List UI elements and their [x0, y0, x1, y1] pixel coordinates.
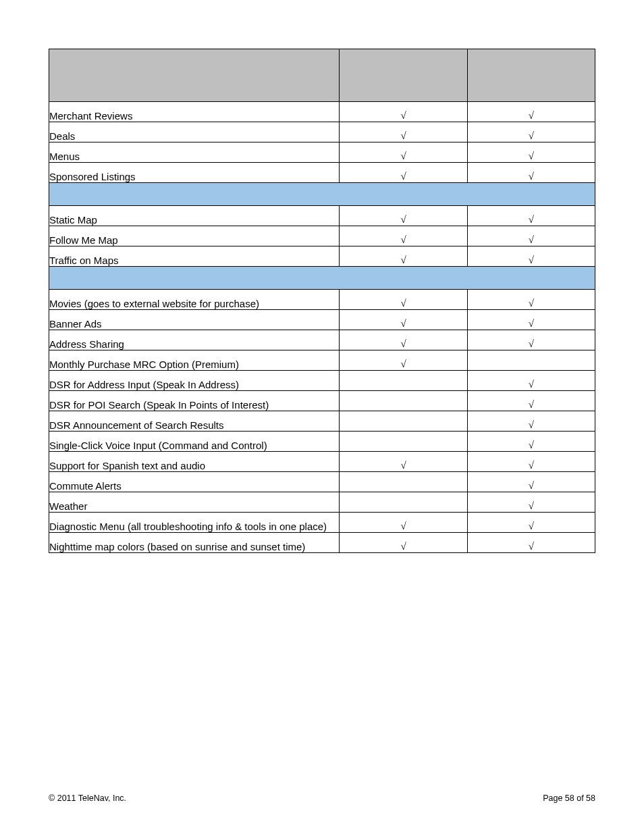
- feature-label: DSR for Address Input (Speak In Address): [49, 371, 340, 391]
- table-row: Follow Me Map√√: [49, 226, 595, 246]
- table-row: Movies (goes to external website for pur…: [49, 290, 595, 310]
- feature-label: Merchant Reviews: [49, 102, 340, 122]
- feature-check-col1: √: [340, 533, 467, 553]
- feature-check-col2: √: [467, 226, 595, 246]
- feature-check-col2: [467, 350, 595, 371]
- table-row: Deals√√: [49, 122, 595, 142]
- feature-check-col2: √: [467, 533, 595, 553]
- feature-check-col1: √: [340, 206, 467, 226]
- feature-label: Menus: [49, 142, 340, 163]
- feature-check-col1: [340, 492, 467, 513]
- table-row: Banner Ads√√: [49, 310, 595, 330]
- feature-check-col1: √: [340, 310, 467, 330]
- feature-check-col1: [340, 371, 467, 391]
- feature-check-col1: [340, 432, 467, 452]
- table-row: Support for Spanish text and audio√√: [49, 452, 595, 472]
- feature-label: Weather: [49, 492, 340, 513]
- feature-check-col2: √: [467, 290, 595, 310]
- feature-check-col1: √: [340, 226, 467, 246]
- feature-check-col1: √: [340, 330, 467, 350]
- table-header-cell: [49, 49, 340, 102]
- table-row: DSR Announcement of Search Results√: [49, 411, 595, 432]
- feature-label: DSR for POI Search (Speak In Points of I…: [49, 391, 340, 411]
- feature-check-col1: √: [340, 122, 467, 142]
- feature-label: Sponsored Listings: [49, 163, 340, 183]
- table-row: Traffic on Maps√√: [49, 246, 595, 267]
- table-section-header: [49, 267, 595, 290]
- table-row: Sponsored Listings√√: [49, 163, 595, 183]
- feature-check-col2: √: [467, 122, 595, 142]
- footer-copyright: © 2011 TeleNav, Inc.: [49, 793, 126, 803]
- feature-check-col2: √: [467, 142, 595, 163]
- feature-check-col2: √: [467, 411, 595, 432]
- page-content: Merchant Reviews√√Deals√√Menus√√Sponsore…: [0, 0, 644, 553]
- feature-check-col1: [340, 391, 467, 411]
- table-row: Weather√: [49, 492, 595, 513]
- feature-label: Single-Click Voice Input (Command and Co…: [49, 432, 340, 452]
- feature-check-col1: [340, 411, 467, 432]
- table-row: Merchant Reviews√√: [49, 102, 595, 122]
- table-row: Single-Click Voice Input (Command and Co…: [49, 432, 595, 452]
- table-row: Static Map√√: [49, 206, 595, 226]
- feature-label: Monthly Purchase MRC Option (Premium): [49, 350, 340, 371]
- feature-check-col2: √: [467, 513, 595, 533]
- feature-label: Follow Me Map: [49, 226, 340, 246]
- feature-check-col2: √: [467, 391, 595, 411]
- feature-label: Banner Ads: [49, 310, 340, 330]
- feature-label: DSR Announcement of Search Results: [49, 411, 340, 432]
- feature-check-col2: √: [467, 472, 595, 492]
- feature-label: Nighttime map colors (based on sunrise a…: [49, 533, 340, 553]
- feature-check-col2: √: [467, 206, 595, 226]
- feature-check-col1: [340, 472, 467, 492]
- table-row: Nighttime map colors (based on sunrise a…: [49, 533, 595, 553]
- table-row: Commute Alerts√: [49, 472, 595, 492]
- feature-check-col2: √: [467, 163, 595, 183]
- feature-check-col2: √: [467, 310, 595, 330]
- table-row: DSR for POI Search (Speak In Points of I…: [49, 391, 595, 411]
- feature-label: Address Sharing: [49, 330, 340, 350]
- feature-label: Traffic on Maps: [49, 246, 340, 267]
- feature-check-col2: √: [467, 330, 595, 350]
- feature-check-col2: √: [467, 246, 595, 267]
- feature-check-col2: √: [467, 102, 595, 122]
- table-row: Address Sharing√√: [49, 330, 595, 350]
- feature-check-col2: √: [467, 432, 595, 452]
- footer-page-number: Page 58 of 58: [543, 793, 595, 803]
- feature-label: Support for Spanish text and audio: [49, 452, 340, 472]
- feature-check-col2: √: [467, 371, 595, 391]
- feature-check-col2: √: [467, 452, 595, 472]
- feature-label: Diagnostic Menu (all troubleshooting inf…: [49, 513, 340, 533]
- feature-check-col1: √: [340, 513, 467, 533]
- feature-check-col1: √: [340, 350, 467, 371]
- feature-check-col1: √: [340, 102, 467, 122]
- feature-check-col1: √: [340, 163, 467, 183]
- feature-check-col1: √: [340, 452, 467, 472]
- feature-label: Static Map: [49, 206, 340, 226]
- feature-check-col2: √: [467, 492, 595, 513]
- feature-check-col1: √: [340, 290, 467, 310]
- feature-table: Merchant Reviews√√Deals√√Menus√√Sponsore…: [49, 49, 595, 553]
- table-header-cell: [467, 49, 595, 102]
- table-row: Diagnostic Menu (all troubleshooting inf…: [49, 513, 595, 533]
- feature-label: Deals: [49, 122, 340, 142]
- table-section-header: [49, 183, 595, 206]
- table-row: DSR for Address Input (Speak In Address)…: [49, 371, 595, 391]
- feature-check-col1: √: [340, 142, 467, 163]
- page-footer: © 2011 TeleNav, Inc. Page 58 of 58: [49, 793, 595, 803]
- table-row: Menus√√: [49, 142, 595, 163]
- table-row: Monthly Purchase MRC Option (Premium)√: [49, 350, 595, 371]
- table-header-cell: [340, 49, 467, 102]
- feature-label: Movies (goes to external website for pur…: [49, 290, 340, 310]
- feature-check-col1: √: [340, 246, 467, 267]
- feature-label: Commute Alerts: [49, 472, 340, 492]
